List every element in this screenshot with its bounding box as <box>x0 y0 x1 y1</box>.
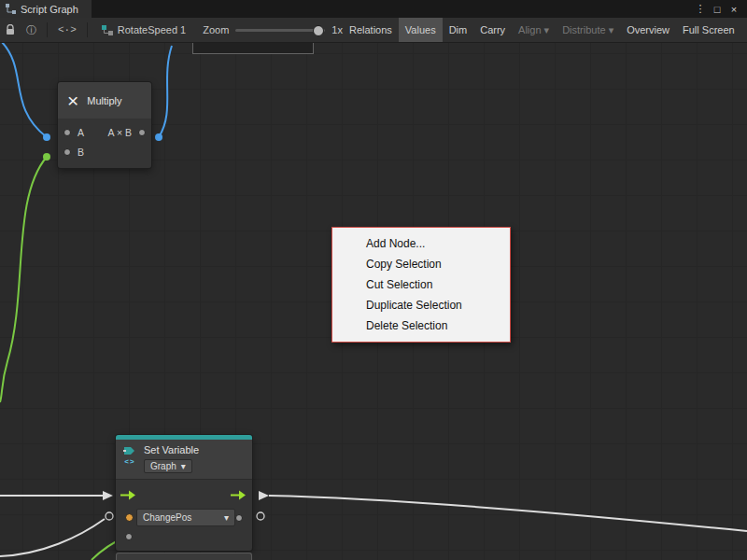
wire-endpoint-blue-out[interactable] <box>155 133 162 141</box>
variable-name-port[interactable] <box>125 513 134 522</box>
port-row-a: A A × B <box>58 122 151 142</box>
toolbar: ⓘ <·> RotateSpeed 1 Zoom 1x Relations Va… <box>0 18 747 43</box>
control-output-arrow[interactable] <box>231 490 246 500</box>
zoom-value: 1x <box>331 24 343 35</box>
context-menu: Add Node... Copy Selection Cut Selection… <box>331 227 511 343</box>
wire-arrowhead-out <box>259 491 269 500</box>
wire-green-b[interactable] <box>0 157 47 402</box>
zoom-control: Zoom 1x <box>203 24 343 35</box>
multiply-header[interactable]: × Multiply <box>58 82 151 119</box>
multiply-body: A A × B B <box>58 119 151 168</box>
toolbar-separator <box>87 22 88 37</box>
value-ring-left[interactable] <box>106 512 113 520</box>
close-icon[interactable]: × <box>726 4 741 15</box>
align-dropdown[interactable]: Align ▾ <box>512 18 556 42</box>
set-variable-title: Set Variable <box>144 444 199 455</box>
chevron-down-icon: ▾ <box>224 512 229 523</box>
variable-dropdown[interactable]: ChangePos ▾ <box>136 509 235 526</box>
code-toggle-icon[interactable]: <·> <box>52 24 82 35</box>
graph-canvas[interactable]: × Multiply A A × B B <box>0 42 747 560</box>
menu-item-delete-selection[interactable]: Delete Selection <box>332 315 510 336</box>
node-multiply[interactable]: × Multiply A A × B B <box>58 82 151 168</box>
carry-button[interactable]: Carry <box>473 18 512 42</box>
multiply-title: Multiply <box>87 95 121 106</box>
zoom-label: Zoom <box>203 24 229 35</box>
zoom-slider[interactable] <box>235 29 325 32</box>
graph-name: RotateSpeed 1 <box>118 24 186 35</box>
info-icon[interactable]: ⓘ <box>21 23 42 37</box>
value-output-port[interactable] <box>235 514 243 522</box>
variable-name: ChangePos <box>143 512 191 523</box>
node-set-variable[interactable]: <> Set Variable Graph ▾ Ch <box>116 435 252 551</box>
value-ring-right[interactable] <box>257 512 264 520</box>
wire-endpoint-green[interactable] <box>43 153 50 161</box>
multiply-icon: × <box>67 91 78 110</box>
graph-crumb-icon <box>102 25 113 35</box>
menu-item-copy-selection[interactable]: Copy Selection <box>332 254 510 274</box>
port-a-input[interactable] <box>63 129 71 136</box>
script-graph-window: Script Graph ⋮ □ × ⓘ <·> RotateSpeed 1 Z… <box>0 0 747 560</box>
wire-white-bottom[interactable] <box>0 519 105 556</box>
toolbar-separator <box>47 22 48 37</box>
values-button[interactable]: Values <box>399 18 443 42</box>
set-variable-icon <box>123 446 136 456</box>
set-variable-header[interactable]: <> Set Variable Graph ▾ <box>116 440 252 480</box>
tab-script-graph[interactable]: Script Graph <box>0 0 92 18</box>
wire-blue-in[interactable] <box>2 42 47 137</box>
lock-icon[interactable] <box>0 24 21 35</box>
chevron-down-icon: ▾ <box>181 461 186 471</box>
port-a-label: A <box>78 127 84 138</box>
wire-arrowhead-in <box>103 491 113 500</box>
graph-breadcrumb[interactable]: RotateSpeed 1 <box>92 24 195 35</box>
wire-control-out[interactable] <box>269 496 747 531</box>
overview-button[interactable]: Overview <box>620 18 676 42</box>
kebab-menu-icon[interactable]: ⋮ <box>693 3 708 15</box>
menu-item-add-node[interactable]: Add Node... <box>332 233 510 254</box>
wire-endpoint-blue[interactable] <box>43 133 50 141</box>
maximize-icon[interactable]: □ <box>710 4 725 15</box>
fullscreen-button[interactable]: Full Screen <box>676 18 741 42</box>
menu-item-cut-selection[interactable]: Cut Selection <box>332 274 510 295</box>
wire-blue-out[interactable] <box>159 46 172 137</box>
scope-label: Graph <box>150 461 176 471</box>
tab-title: Script Graph <box>21 4 78 15</box>
port-out-output[interactable] <box>138 129 146 136</box>
port-out-label: A × B <box>108 127 132 138</box>
titlebar: Script Graph ⋮ □ × <box>0 0 747 18</box>
port-row-b: B <box>58 142 151 161</box>
new-value-input-port[interactable] <box>125 533 133 540</box>
zoom-slider-knob[interactable] <box>313 25 324 36</box>
relations-button[interactable]: Relations <box>343 18 399 42</box>
dim-button[interactable]: Dim <box>443 18 474 42</box>
script-graph-icon <box>6 4 16 14</box>
window-controls: ⋮ □ × <box>693 3 747 15</box>
partial-node-bottom[interactable] <box>116 553 252 560</box>
code-glyph-icon: <> <box>124 457 134 466</box>
set-variable-icon-column: <> <box>123 444 136 473</box>
menu-item-duplicate-selection[interactable]: Duplicate Selection <box>332 295 510 315</box>
distribute-dropdown[interactable]: Distribute ▾ <box>556 18 620 42</box>
port-b-label: B <box>78 147 84 158</box>
port-b-input[interactable] <box>63 148 71 156</box>
scope-dropdown[interactable]: Graph ▾ <box>144 459 192 473</box>
control-input-arrow[interactable] <box>120 490 135 500</box>
